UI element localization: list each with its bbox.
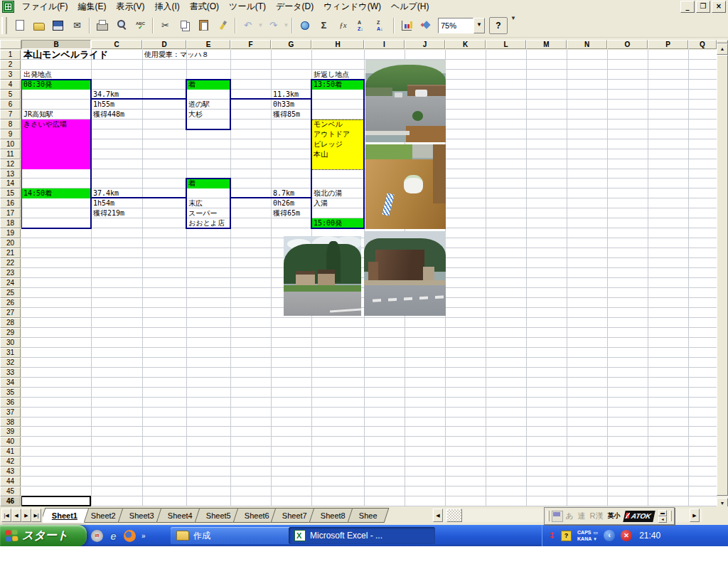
- row-header-27[interactable]: 27: [0, 308, 21, 318]
- ime-kanji-mode[interactable]: R漢: [590, 511, 604, 521]
- toolbar-cut-button[interactable]: [156, 16, 175, 35]
- toolbar-paste-button[interactable]: [194, 16, 213, 35]
- toolbar-sort-ascending-button[interactable]: [353, 16, 372, 35]
- security-alert-icon[interactable]: ✕: [621, 530, 632, 541]
- quick-launch-overflow-chevron[interactable]: »: [141, 532, 146, 540]
- row-header-16[interactable]: 16: [0, 198, 21, 208]
- row-header-13[interactable]: 13: [0, 169, 21, 179]
- toolbar-print-button[interactable]: [92, 16, 112, 35]
- cell-B8[interactable]: きさいや広場: [22, 119, 67, 129]
- cell-B7[interactable]: JR高知駅: [22, 110, 53, 119]
- scroll-left-button[interactable]: ◀: [433, 509, 443, 522]
- row-header-23[interactable]: 23: [0, 268, 21, 278]
- toolbar-undo-dropdown[interactable]: ▼: [257, 22, 264, 28]
- row-header-33[interactable]: 33: [0, 368, 21, 378]
- row-header-41[interactable]: 41: [0, 447, 21, 457]
- restore-button[interactable]: ❐: [696, 1, 710, 13]
- row-header-18[interactable]: 18: [0, 218, 21, 228]
- column-header-B[interactable]: B: [21, 40, 91, 49]
- menu-item-o[interactable]: 書式(O): [185, 0, 224, 14]
- cell-H16[interactable]: 入湯: [312, 198, 328, 208]
- menu-item-i[interactable]: 挿入(I): [149, 0, 184, 14]
- row-header-38[interactable]: 38: [0, 418, 21, 427]
- keyboard-status-indicator[interactable]: CAPS ▭ KANA ▾: [577, 529, 598, 542]
- horizontal-scroll-thumb[interactable]: [446, 509, 462, 522]
- row-header-35[interactable]: 35: [0, 388, 21, 398]
- cell-B3[interactable]: 出発地点: [22, 70, 52, 79]
- toolbar-spelling-button[interactable]: [131, 16, 150, 35]
- last-sheet-button[interactable]: ▶|: [31, 509, 41, 522]
- next-sheet-button[interactable]: ▶: [21, 509, 31, 522]
- ime-palette-icon[interactable]: [552, 511, 563, 522]
- column-header-Q[interactable]: Q: [688, 40, 717, 49]
- menu-item-e[interactable]: 編集(E): [73, 0, 111, 14]
- sheet-tab-sheet1[interactable]: Sheet1: [43, 508, 89, 523]
- row-header-44[interactable]: 44: [0, 477, 21, 486]
- row-header-37[interactable]: 37: [0, 408, 21, 418]
- internet-explorer-icon[interactable]: e: [107, 530, 119, 542]
- select-all-corner[interactable]: [0, 40, 21, 49]
- first-sheet-button[interactable]: |◀: [1, 509, 11, 522]
- row-header-21[interactable]: 21: [0, 248, 21, 258]
- vertical-scrollbar[interactable]: ▲ ▼: [717, 40, 728, 509]
- help-button[interactable]: ?: [489, 17, 508, 34]
- active-cell-B46[interactable]: [21, 496, 91, 506]
- menu-item-f[interactable]: ファイル(F): [17, 0, 73, 14]
- toolbar-paste-function-button[interactable]: [333, 16, 353, 35]
- column-header-P[interactable]: P: [648, 40, 688, 49]
- row-header-28[interactable]: 28: [0, 318, 21, 328]
- zoom-value[interactable]: 75%: [438, 18, 473, 33]
- toolbar-open-button[interactable]: [29, 16, 48, 35]
- row-header-19[interactable]: 19: [0, 228, 21, 238]
- cell-E18[interactable]: おおとよ店: [187, 218, 225, 228]
- quick-launch-app-icon[interactable]: IR: [91, 530, 103, 542]
- cell-D1[interactable]: 使用愛車：マッハ８: [143, 50, 209, 59]
- cell-B15[interactable]: 14:50着: [22, 188, 52, 198]
- minimize-button[interactable]: _: [680, 1, 695, 13]
- cell-G5[interactable]: 11.3km: [272, 90, 299, 99]
- row-header-14[interactable]: 14: [0, 179, 21, 188]
- cell-G16[interactable]: 0h26m: [272, 198, 294, 208]
- ime-renbunsetsu-mode[interactable]: 連: [578, 511, 586, 521]
- column-header-H[interactable]: H: [311, 40, 364, 49]
- row-header-43[interactable]: 43: [0, 467, 21, 477]
- column-header-M[interactable]: M: [526, 40, 567, 49]
- toolbar-save-button[interactable]: [48, 16, 68, 35]
- close-button[interactable]: ×: [712, 1, 726, 13]
- row-header-30[interactable]: 30: [0, 338, 21, 348]
- column-header-E[interactable]: E: [186, 40, 230, 49]
- column-header-J[interactable]: J: [405, 40, 445, 49]
- toolbar-sort-descending-button[interactable]: [372, 16, 391, 35]
- row-header-1[interactable]: 1: [0, 50, 21, 60]
- row-header-8[interactable]: 8: [0, 119, 21, 129]
- cell-C5[interactable]: 34.7km: [92, 90, 119, 99]
- row-header-5[interactable]: 5: [0, 90, 21, 100]
- row-header-32[interactable]: 32: [0, 358, 21, 368]
- row-header-7[interactable]: 7: [0, 110, 21, 119]
- cell-H4[interactable]: 13:50着: [312, 80, 342, 89]
- cell-E4[interactable]: 着: [187, 80, 196, 89]
- row-header-36[interactable]: 36: [0, 398, 21, 408]
- cell-C6[interactable]: 1h55m: [92, 100, 114, 109]
- column-header-C[interactable]: C: [91, 40, 142, 49]
- row-header-6[interactable]: 6: [0, 100, 21, 110]
- row-header-45[interactable]: 45: [0, 486, 21, 496]
- row-header-22[interactable]: 22: [0, 258, 21, 268]
- column-header-G[interactable]: G: [271, 40, 311, 49]
- row-header-26[interactable]: 26: [0, 298, 21, 308]
- cell-G7[interactable]: 獲得85m: [272, 110, 300, 119]
- sheet-tab-shee[interactable]: Shee: [348, 508, 390, 523]
- menu-item-t[interactable]: ツール(T): [224, 0, 271, 14]
- column-header-I[interactable]: I: [364, 40, 405, 49]
- cell-G17[interactable]: 獲得65m: [272, 208, 300, 218]
- cell-E6[interactable]: 道の駅: [187, 100, 210, 109]
- row-header-29[interactable]: 29: [0, 328, 21, 338]
- row-header-11[interactable]: 11: [0, 149, 21, 159]
- row-header-12[interactable]: 12: [0, 159, 21, 169]
- cell-E17[interactable]: スーパー: [187, 208, 217, 218]
- firefox-icon[interactable]: [124, 530, 136, 542]
- row-header-4[interactable]: 4: [0, 80, 21, 90]
- column-header-L[interactable]: L: [486, 40, 526, 49]
- cell-H15[interactable]: 嶺北の湯: [312, 188, 342, 198]
- vertical-scroll-thumb[interactable]: [717, 55, 728, 496]
